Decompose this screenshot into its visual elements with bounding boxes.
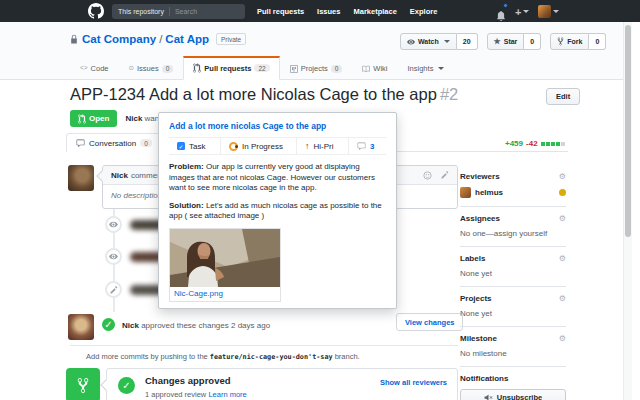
gear-icon[interactable]: ⚙ bbox=[559, 335, 566, 343]
sidebar-section-reviewers: Reviewers⚙ helmus bbox=[460, 172, 566, 207]
gear-icon[interactable]: ⚙ bbox=[559, 255, 566, 263]
projects-icon bbox=[290, 65, 298, 73]
notifications-bell-icon[interactable] bbox=[496, 6, 506, 16]
view-changes-button[interactable]: View changes bbox=[396, 313, 463, 331]
solution-paragraph: Solution: Let's add as much nicolas cage… bbox=[169, 201, 386, 222]
task-icon: ✓ bbox=[177, 142, 185, 150]
pending-review-dot bbox=[559, 189, 566, 196]
reviewer-name[interactable]: helmus bbox=[475, 188, 503, 197]
fork-icon bbox=[557, 37, 564, 46]
search-box[interactable]: This repository bbox=[112, 4, 245, 19]
scrollbar-thumb[interactable] bbox=[625, 25, 631, 237]
reviewers-title: Reviewers bbox=[460, 172, 500, 181]
nav-links: Pull requests Issues Marketplace Explore bbox=[257, 0, 437, 22]
create-new-menu[interactable]: + bbox=[515, 2, 529, 20]
fork-group: Fork 0 bbox=[550, 33, 606, 50]
tab-conversation[interactable]: Conversation 0 bbox=[66, 133, 162, 152]
labels-title: Labels bbox=[460, 254, 485, 263]
projects-title: Projects bbox=[460, 294, 492, 303]
tab-issues[interactable]: ⊙ Issues 0 bbox=[119, 58, 184, 80]
discussion-divider bbox=[70, 345, 458, 346]
issue-meta-row: ✓ Task In Progress ↑ Hi-Pri 3 bbox=[169, 137, 386, 155]
tab-code[interactable]: <> Code bbox=[70, 58, 119, 80]
sidebar-section-notifications: Notifications Unsubscribe You're receivi… bbox=[460, 367, 566, 400]
star-button[interactable]: ★ Star bbox=[487, 33, 525, 50]
fork-button[interactable]: Fork bbox=[550, 33, 589, 50]
avatar[interactable] bbox=[68, 314, 94, 340]
comment-author[interactable]: Nick bbox=[111, 171, 128, 180]
diff-blocks bbox=[541, 142, 565, 146]
repo-name-link[interactable]: Cat App bbox=[165, 33, 209, 45]
tab-insights[interactable]: Insights bbox=[398, 58, 455, 80]
tab-wiki[interactable]: Wiki bbox=[352, 58, 397, 80]
eye-icon bbox=[105, 216, 122, 233]
chevron-down-icon bbox=[438, 67, 444, 70]
search-input[interactable] bbox=[175, 8, 239, 15]
edit-button[interactable]: Edit bbox=[546, 88, 580, 105]
issue-link[interactable]: Add a lot more nicolas Cage to the app bbox=[169, 121, 386, 131]
repo-owner-link[interactable]: Cat Company bbox=[82, 33, 156, 45]
star-count[interactable]: 0 bbox=[524, 33, 541, 50]
issue-icon: ⊙ bbox=[129, 65, 134, 72]
labels-empty: None yet bbox=[460, 269, 566, 278]
wiki-icon bbox=[362, 65, 370, 73]
private-badge: Private bbox=[216, 33, 246, 45]
sidebar-section-milestone: Milestone⚙ No milestone bbox=[460, 327, 566, 367]
search-scope-label: This repository bbox=[118, 8, 164, 15]
issue-card-popup: Add a lot more nicolas Cage to the app ✓… bbox=[158, 112, 397, 309]
attachment[interactable]: Nic-Cage.png bbox=[169, 228, 281, 302]
merge-status-icon bbox=[66, 368, 100, 400]
assignees-empty[interactable]: No one—assign yourself bbox=[460, 229, 566, 238]
merge-status-subtitle: 1 approved review Learn more bbox=[145, 390, 247, 399]
gear-icon[interactable]: ⚙ bbox=[559, 295, 566, 303]
approved-event-text: Nick approved these changes 2 days ago bbox=[122, 321, 270, 330]
merge-status-title: Changes approved bbox=[145, 375, 231, 386]
issue-type: ✓ Task bbox=[169, 138, 221, 154]
repo-tabs: <> Code ⊙ Issues 0 Pull requests 22 Proj… bbox=[70, 56, 454, 80]
tab-projects[interactable]: Projects 0 bbox=[280, 58, 353, 80]
nav-link-pull-requests[interactable]: Pull requests bbox=[257, 7, 304, 16]
unsubscribe-button[interactable]: Unsubscribe bbox=[460, 389, 566, 400]
pr-sidebar: Reviewers⚙ helmus Assignees⚙ No one—assi… bbox=[460, 172, 566, 400]
add-reaction-icon[interactable] bbox=[423, 171, 432, 180]
pr-author[interactable]: Nick bbox=[125, 114, 142, 123]
github-pr-page: This repository Pull requests Issues Mar… bbox=[0, 0, 640, 400]
lock-icon bbox=[70, 34, 78, 44]
user-menu[interactable] bbox=[538, 2, 559, 20]
unread-notification-dot bbox=[503, 3, 508, 8]
nav-avatar bbox=[538, 5, 551, 18]
attachment-name-link[interactable]: Nic-Cage.png bbox=[170, 287, 280, 301]
learn-more-link[interactable]: Learn more bbox=[208, 390, 246, 399]
conversation-icon bbox=[76, 139, 85, 148]
nav-link-marketplace[interactable]: Marketplace bbox=[353, 7, 396, 16]
pull-request-icon bbox=[78, 114, 86, 124]
edit-comment-icon[interactable] bbox=[441, 171, 449, 179]
projects-empty: None yet bbox=[460, 309, 566, 318]
avatar[interactable] bbox=[68, 165, 94, 191]
github-logo-icon[interactable] bbox=[88, 3, 104, 19]
code-icon: <> bbox=[80, 65, 88, 72]
watch-button[interactable]: Watch bbox=[400, 33, 457, 50]
in-progress-icon bbox=[229, 142, 238, 151]
gear-icon[interactable]: ⚙ bbox=[559, 173, 566, 181]
fork-count[interactable]: 0 bbox=[589, 33, 606, 50]
eye-icon bbox=[105, 248, 122, 265]
show-all-reviewers-link[interactable]: Show all reviewers bbox=[380, 378, 447, 387]
repo-header: Cat Company / Cat App Private Watch 20 ★… bbox=[0, 22, 632, 80]
comment-bubble-icon bbox=[357, 142, 366, 151]
reviewer-row: helmus bbox=[460, 187, 566, 198]
gear-icon[interactable]: ⚙ bbox=[559, 215, 566, 223]
avatar bbox=[460, 187, 471, 198]
nic-cage-image[interactable] bbox=[170, 229, 280, 287]
pr-title: APP-1234 Add a lot more Nicolas Cage to … bbox=[70, 85, 458, 104]
notifications-title: Notifications bbox=[460, 374, 508, 383]
tab-pull-requests[interactable]: Pull requests 22 bbox=[183, 56, 279, 80]
nav-right: + bbox=[496, 0, 559, 22]
nav-link-explore[interactable]: Explore bbox=[410, 7, 438, 16]
watch-count[interactable]: 20 bbox=[457, 33, 478, 50]
nav-link-issues[interactable]: Issues bbox=[317, 7, 340, 16]
approver-name[interactable]: Nick bbox=[122, 321, 139, 330]
sidebar-section-assignees: Assignees⚙ No one—assign yourself bbox=[460, 207, 566, 247]
check-circle-icon: ✓ bbox=[118, 377, 135, 394]
repo-separator: / bbox=[159, 33, 162, 45]
